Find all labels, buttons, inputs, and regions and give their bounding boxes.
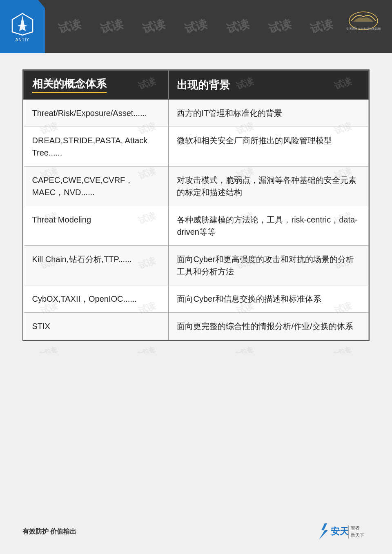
- main-table-container: 相关的概念体系 出现的背景 Threat/Risk/Exposure/Asset…: [22, 69, 370, 341]
- wm-header-6: 试读: [267, 16, 293, 37]
- header: ANTIY 试读 试读 试读 试读 试读 试读 试读 安天网络安全冬训营第四期: [0, 0, 392, 53]
- main-content: 试读 试读 试读 试读 试读 试读 试读 试读 试读 试读 试读 试读 试读 试…: [0, 53, 392, 353]
- wm-header-1: 试读: [57, 16, 83, 37]
- table-cell-col2: 对攻击模式，脆弱点，漏洞等各种基础的安全元素的标定和描述结构: [168, 167, 368, 206]
- wm-header-3: 试读: [141, 16, 167, 37]
- table-cell-col2: 西方的IT管理和标准化的背景: [168, 99, 368, 127]
- table-row: DREAD,STRIDE,PASTA, Attack Tree......微软和…: [24, 127, 368, 167]
- table-cell-col2: 各种威胁建模的方法论，工具，risk-centric，data-driven等等: [168, 206, 368, 246]
- svg-text:数天下: 数天下: [351, 533, 364, 538]
- table-cell-col1: Kill Chain,钻石分析,TTP......: [24, 246, 168, 285]
- table-cell-col1: DREAD,STRIDE,PASTA, Attack Tree......: [24, 127, 168, 167]
- table-cell-col1: Threat/Risk/Exposure/Asset......: [24, 99, 168, 127]
- footer-left-text: 有效防护 价值输出: [22, 527, 76, 536]
- wm-header-5: 试读: [225, 16, 251, 37]
- table-cell-col2: 面向更完整的综合性的情报分析/作业/交换的体系: [168, 313, 368, 340]
- svg-marker-5: [319, 523, 328, 540]
- table-row: CAPEC,CWE,CVE,CVRF，MAEC，NVD......对攻击模式，脆…: [24, 167, 368, 206]
- col2-header: 出现的背景: [168, 71, 368, 99]
- wm-26: 试读: [136, 344, 158, 353]
- concept-table: 相关的概念体系 出现的背景 Threat/Risk/Exposure/Asset…: [23, 70, 369, 340]
- table-row: Threat Modeling各种威胁建模的方法论，工具，risk-centri…: [24, 206, 368, 246]
- logo-text: ANTIY: [16, 38, 29, 42]
- wm-25: 试读: [38, 344, 60, 353]
- wm-header-4: 试读: [183, 16, 209, 37]
- table-cell-col1: CybOX,TAXII，OpenIOC......: [24, 285, 168, 313]
- table-cell-col2: 面向Cyber和信息交换的描述和标准体系: [168, 285, 368, 313]
- table-cell-col1: CAPEC,CWE,CVE,CVRF，MAEC，NVD......: [24, 167, 168, 206]
- svg-marker-1: [19, 16, 26, 31]
- table-cell-col2: 微软和相关安全厂商所推出的风险管理模型: [168, 127, 368, 167]
- wm-header-7: 试读: [309, 16, 335, 37]
- svg-text:安天网络安全冬训营第四期: 安天网络安全冬训营第四期: [346, 27, 381, 31]
- footer-logo-svg: 安天 智者 数天下: [316, 521, 370, 542]
- table-cell-col1: STIX: [24, 313, 168, 340]
- svg-text:智者: 智者: [351, 525, 360, 530]
- table-header-row: 相关的概念体系 出现的背景: [24, 71, 368, 99]
- col2-header-text: 出现的背景: [177, 79, 230, 91]
- header-right-logo: 安天网络安全冬训营第四期: [343, 4, 384, 37]
- right-logo-graphic: 安天网络安全冬训营第四期: [345, 9, 382, 32]
- table-row: STIX面向更完整的综合性的情报分析/作业/交换的体系: [24, 313, 368, 340]
- logo-box: ANTIY: [0, 0, 45, 53]
- table-cell-col2: 面向Cyber和更高强度的攻击和对抗的场景的分析工具和分析方法: [168, 246, 368, 285]
- antiy-logo-icon: [10, 11, 35, 36]
- svg-text:安天: 安天: [330, 526, 349, 536]
- wm-header-2: 试读: [99, 16, 125, 37]
- col1-header: 相关的概念体系: [24, 71, 168, 99]
- col1-header-text: 相关的概念体系: [32, 77, 107, 93]
- table-row: Kill Chain,钻石分析,TTP......面向Cyber和更高强度的攻击…: [24, 246, 368, 285]
- wm-27: 试读: [234, 344, 256, 353]
- footer: 有效防护 价值输出 安天 智者 数天下: [0, 521, 392, 542]
- footer-right: 安天 智者 数天下: [316, 521, 370, 542]
- header-watermarks: 试读 试读 试读 试读 试读 试读 试读: [49, 0, 343, 53]
- table-row: CybOX,TAXII，OpenIOC......面向Cyber和信息交换的描述…: [24, 285, 368, 313]
- table-row: Threat/Risk/Exposure/Asset......西方的IT管理和…: [24, 99, 368, 127]
- table-body: Threat/Risk/Exposure/Asset......西方的IT管理和…: [24, 99, 368, 340]
- table-cell-col1: Threat Modeling: [24, 206, 168, 246]
- wm-28: 试读: [332, 344, 354, 353]
